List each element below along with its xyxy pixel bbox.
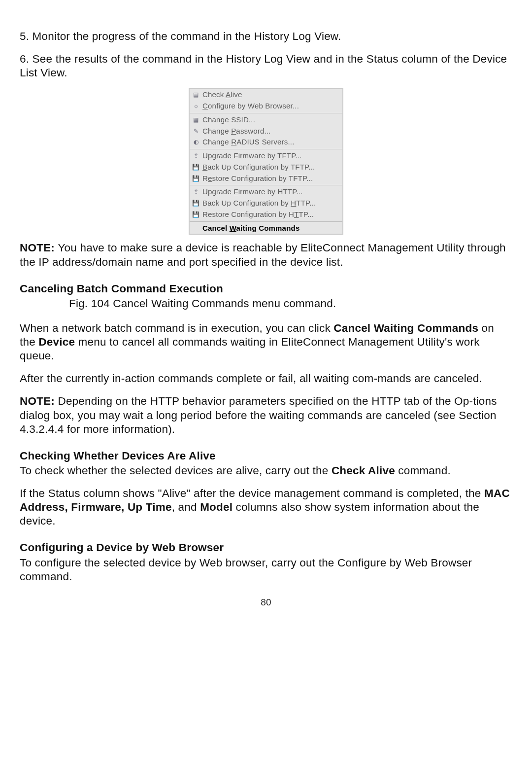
status-column-paragraph: If the Status column shows "Alive" after… [20, 487, 512, 528]
menu-item-label: Cancel Waiting Commands [202, 224, 339, 233]
configure-web-paragraph: To configure the selected device by Web … [20, 556, 512, 584]
cancel-waiting-commands-bold: Cancel Waiting Commands [333, 322, 478, 334]
heading-configure-web: Configuring a Device by Web Browser [20, 541, 512, 555]
step-5: 5. Monitor the progress of the command i… [20, 30, 512, 43]
after-complete-paragraph: After the currently in-action commands c… [20, 372, 512, 386]
page-number: 80 [20, 597, 512, 608]
menu-item[interactable]: ⇪Upgrade Firmware by TFTP... [190, 150, 342, 162]
menu-item-label: Upgrade Firmware by TFTP... [202, 151, 339, 161]
menu-item[interactable]: Cancel Waiting Commands [190, 223, 342, 234]
menu-item-label: Change Password... [202, 127, 339, 136]
menu-item-label: Restore Configuration by HTTP... [202, 210, 339, 219]
menu-separator [190, 221, 342, 222]
step-6: 6. See the results of the command in the… [20, 52, 512, 80]
backup-icon: 💾 [192, 163, 200, 171]
upgrade-icon: ⇪ [192, 152, 200, 160]
menu-item-label: Back Up Configuration by TFTP... [202, 163, 339, 172]
restore-icon: 💾 [192, 175, 200, 182]
text: command. [395, 464, 451, 477]
menu-item[interactable]: ▦Change SSID... [190, 114, 342, 126]
device-context-menu: ▤Check Alive☼Configure by Web Browser...… [189, 89, 343, 234]
figure-caption-104: Fig. 104 Cancel Waiting Commands menu co… [69, 297, 512, 311]
columns-bold-2: Model [200, 501, 233, 513]
menu-separator [190, 113, 342, 113]
menu-item[interactable]: 💾Back Up Configuration by HTTP... [190, 198, 342, 209]
menu-item[interactable]: ◐Change RADIUS Servers... [190, 137, 342, 148]
ssid-icon: ▦ [192, 116, 200, 124]
note-label: NOTE: [20, 395, 58, 407]
menu-item[interactable]: ✎Change Password... [190, 126, 342, 137]
menu-separator [190, 185, 342, 185]
check-alive-bold: Check Alive [332, 464, 395, 477]
note-text: Depending on the HTTP behavior parameter… [20, 395, 497, 435]
text: , and [172, 501, 200, 513]
menu-separator [190, 149, 342, 149]
note-http-behavior: NOTE: Depending on the HTTP behavior par… [20, 394, 512, 436]
upgrade-icon: ⇪ [192, 188, 200, 196]
restore-icon: 💾 [192, 211, 200, 218]
text: When a network batch command is in execu… [20, 322, 333, 334]
menu-item[interactable]: 💾Restore Configuration by TFTP... [190, 173, 342, 184]
heading-cancel-batch: Canceling Batch Command Execution [20, 282, 512, 296]
web-icon: ☼ [192, 103, 200, 110]
text: menu to cancel all commands waiting in E… [20, 336, 480, 362]
heading-check-alive: Checking Whether Devices Are Alive [20, 449, 512, 463]
menu-item-label: Check Alive [202, 90, 339, 100]
text: If the Status column shows "Alive" after… [20, 487, 484, 499]
backup-icon: 💾 [192, 200, 200, 208]
text: To check whether the selected devices ar… [20, 464, 332, 477]
doc-icon: ▤ [192, 91, 200, 99]
blank-icon [192, 224, 200, 232]
menu-item[interactable]: ☼Configure by Web Browser... [190, 101, 342, 112]
menu-item[interactable]: 💾Back Up Configuration by TFTP... [190, 162, 342, 173]
menu-item-label: Back Up Configuration by HTTP... [202, 199, 339, 208]
menu-item[interactable]: ⇪Upgrade Firmware by HTTP... [190, 186, 342, 198]
document-page: 5. Monitor the progress of the command i… [0, 0, 532, 628]
key-icon: ✎ [192, 127, 200, 135]
menu-item[interactable]: ▤Check Alive [190, 89, 342, 101]
note-reachable: NOTE: You have to make sure a device is … [20, 241, 512, 269]
menu-item-label: Restore Configuration by TFTP... [202, 174, 339, 183]
radius-icon: ◐ [192, 139, 200, 146]
note-text: You have to make sure a device is reacha… [20, 242, 506, 268]
note-label: NOTE: [20, 242, 58, 254]
menu-item-label: Change RADIUS Servers... [202, 138, 339, 147]
menu-item-label: Configure by Web Browser... [202, 102, 339, 111]
menu-item[interactable]: 💾Restore Configuration by HTTP... [190, 209, 342, 220]
menu-item-label: Change SSID... [202, 115, 339, 125]
menu-item-label: Upgrade Firmware by HTTP... [202, 187, 339, 197]
device-menu-bold: Device [38, 336, 75, 348]
check-alive-paragraph: To check whether the selected devices ar… [20, 464, 512, 478]
cancel-waiting-paragraph: When a network batch command is in execu… [20, 321, 512, 363]
